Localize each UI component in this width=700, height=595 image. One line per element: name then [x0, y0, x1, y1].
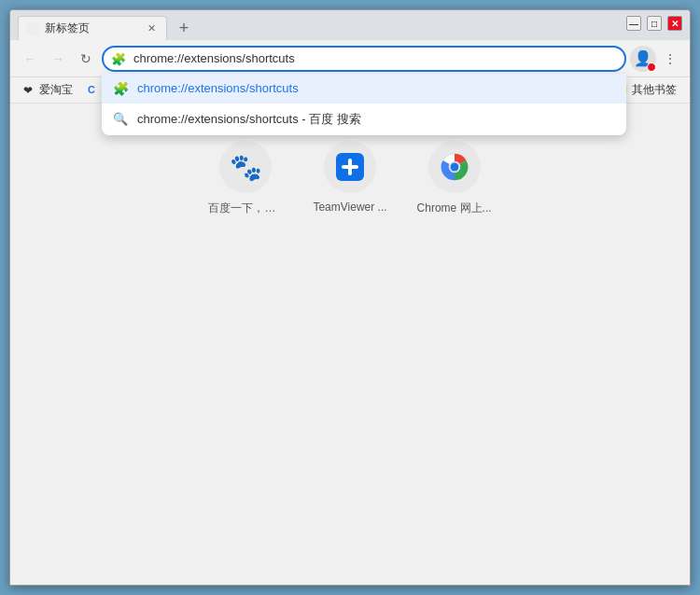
navigation-bar: ← → ↻ 🧩 🧩 chrome://extensions/shortcuts … [10, 40, 690, 77]
shortcut-teamviewer[interactable]: TeamViewer ... [313, 141, 386, 216]
address-bar-container: 🧩 🧩 chrome://extensions/shortcuts 🔍 chro… [102, 46, 626, 72]
profile-notification-dot [647, 62, 656, 72]
shortcut-baidu[interactable]: 🐾 百度一下，你... [208, 141, 283, 216]
shortcut-chrome[interactable]: Chrome 网上... [417, 141, 492, 216]
title-bar: 新标签页 ✕ + — □ ✕ [10, 10, 690, 40]
forward-button[interactable]: → [46, 47, 70, 71]
refresh-button[interactable]: ↻ [74, 47, 98, 71]
menu-button[interactable]: ⋮ [658, 47, 682, 71]
chrome-icon [440, 152, 469, 182]
new-tab-button[interactable]: + [171, 18, 197, 38]
autocomplete-search-icon: 🔍 [113, 112, 128, 126]
bookmark-aitaobao-icon: ❤ [23, 84, 36, 97]
bookmark-aitaobao-label: 爱淘宝 [39, 82, 73, 98]
shortcut-chrome-label: Chrome 网上... [417, 201, 492, 216]
address-extension-icon: 🧩 [111, 51, 126, 65]
shortcut-baidu-icon-circle: 🐾 [219, 141, 272, 193]
address-bar-input[interactable] [102, 46, 626, 72]
teamviewer-icon [334, 151, 366, 183]
browser-window: 新标签页 ✕ + — □ ✕ ← → ↻ 🧩 🧩 chrome://extens… [9, 9, 691, 586]
shortcut-teamviewer-label: TeamViewer ... [313, 201, 386, 214]
active-tab[interactable]: 新标签页 ✕ [18, 16, 167, 40]
profile-icon[interactable]: 👤 [630, 46, 656, 72]
bookmark-c-icon: C [88, 84, 101, 97]
svg-rect-2 [348, 159, 352, 175]
close-button[interactable]: ✕ [667, 16, 682, 31]
autocomplete-item-highlighted[interactable]: 🧩 chrome://extensions/shortcuts [102, 74, 626, 104]
bookmark-aitaobao[interactable]: ❤ 爱淘宝 [18, 80, 78, 100]
autocomplete-item-search[interactable]: 🔍 chrome://extensions/shortcuts - 百度 搜索 [102, 104, 626, 135]
shortcuts-grid: 🐾 百度一下，你... TeamViewer ... [208, 141, 491, 216]
minimize-button[interactable]: — [626, 16, 641, 31]
autocomplete-extension-icon: 🧩 [113, 81, 128, 96]
shortcut-chrome-icon-circle [428, 141, 481, 193]
other-bookmarks-label: 其他书签 [632, 82, 677, 98]
window-controls: — □ ✕ [626, 16, 682, 31]
baidu-icon: 🐾 [230, 152, 262, 183]
tab-title: 新标签页 [45, 21, 140, 36]
maximize-button[interactable]: □ [647, 16, 662, 31]
nav-right-icons: 👤 ⋮ [630, 46, 682, 72]
back-button[interactable]: ← [18, 47, 42, 71]
tab-close-button[interactable]: ✕ [144, 21, 159, 36]
autocomplete-dropdown: 🧩 chrome://extensions/shortcuts 🔍 chrome… [102, 74, 626, 135]
tab-favicon [26, 22, 39, 35]
shortcut-baidu-label: 百度一下，你... [208, 201, 283, 216]
shortcut-teamviewer-icon-circle [324, 141, 376, 193]
main-content: 🐾 百度一下，你... TeamViewer ... [10, 104, 690, 585]
tab-area: 新标签页 ✕ + [10, 10, 197, 40]
autocomplete-plain-text: chrome://extensions/shortcuts - 百度 搜索 [137, 111, 361, 128]
autocomplete-highlighted-text: chrome://extensions/shortcuts [137, 81, 299, 95]
